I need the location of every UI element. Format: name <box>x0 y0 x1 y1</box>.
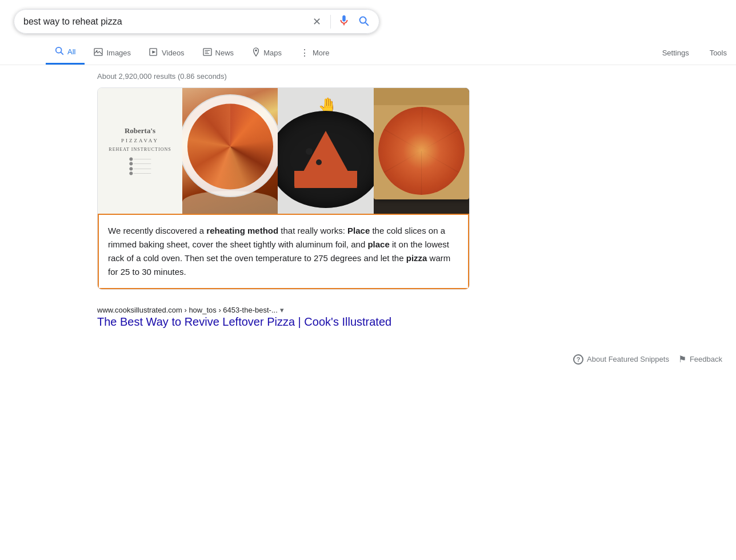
tab-news-label: News <box>215 49 234 57</box>
results-stats: About 2,920,000 results (0.86 seconds) <box>0 65 736 87</box>
clear-icon[interactable]: ✕ <box>310 15 323 28</box>
about-snippets-button[interactable]: ? About Featured Snippets <box>573 354 669 365</box>
tab-videos-label: Videos <box>162 49 185 57</box>
tab-news[interactable]: News <box>194 42 243 63</box>
snippet-image-4[interactable] <box>374 88 469 214</box>
search-submit-icon[interactable] <box>357 14 370 29</box>
featured-snippet-card: Roberta's PIZZAVAY REHEAT INSTRUCTIONS ⬤… <box>97 87 470 290</box>
nav-tabs: All Images Videos News Maps ⋮ More Se <box>0 36 736 65</box>
nav-settings: Settings Tools <box>653 43 736 63</box>
tab-maps-label: Maps <box>263 49 282 57</box>
tab-images-label: Images <box>106 49 131 57</box>
snippet-image-1[interactable]: Roberta's PIZZAVAY REHEAT INSTRUCTIONS ⬤… <box>98 88 182 214</box>
about-snippets-label: About Featured Snippets <box>587 355 669 363</box>
tab-all-label: All <box>67 47 75 56</box>
tab-images[interactable]: Images <box>85 42 140 63</box>
images-icon <box>94 48 103 58</box>
tools-label: Tools <box>710 49 727 57</box>
source-url: www.cooksillustrated.com › how_tos › 645… <box>97 306 470 314</box>
info-icon: ? <box>573 354 583 365</box>
svg-point-10 <box>255 49 257 51</box>
snippet-image-3[interactable]: 🤚 <box>278 88 373 214</box>
feedback-label: Feedback <box>690 355 722 363</box>
tab-more-label: More <box>313 49 330 57</box>
tab-all[interactable]: All <box>46 41 85 65</box>
settings-button[interactable]: Settings <box>653 43 698 63</box>
settings-label: Settings <box>662 49 689 57</box>
tab-videos[interactable]: Videos <box>140 42 194 63</box>
snippet-text-content: We recently discovered a reheating metho… <box>108 226 450 277</box>
dropdown-arrow-icon[interactable]: ▾ <box>280 306 284 314</box>
svg-marker-5 <box>152 50 155 53</box>
tab-maps[interactable]: Maps <box>243 42 291 64</box>
source-info: www.cooksillustrated.com › how_tos › 645… <box>97 299 470 331</box>
feedback-button[interactable]: ⚑ Feedback <box>678 354 722 365</box>
search-bar[interactable]: ✕ <box>14 9 379 34</box>
snippet-text: We recently discovered a reheating metho… <box>98 214 469 289</box>
tab-more[interactable]: ⋮ More <box>291 42 339 64</box>
videos-icon <box>149 48 158 58</box>
image-strip: Roberta's PIZZAVAY REHEAT INSTRUCTIONS ⬤… <box>98 88 469 214</box>
divider <box>330 15 331 29</box>
tools-button[interactable]: Tools <box>701 43 736 63</box>
news-icon <box>203 48 212 58</box>
all-icon <box>55 46 64 57</box>
result-title-link[interactable]: The Best Way to Revive Leftover Pizza | … <box>97 315 470 329</box>
mic-icon[interactable] <box>338 14 350 29</box>
feedback-icon: ⚑ <box>678 354 686 365</box>
more-icon: ⋮ <box>300 47 309 58</box>
search-input[interactable] <box>23 17 303 27</box>
svg-line-1 <box>61 52 63 54</box>
snippet-image-2[interactable] <box>182 88 278 214</box>
bottom-bar: ? About Featured Snippets ⚑ Feedback <box>0 345 736 374</box>
maps-icon <box>252 47 260 58</box>
